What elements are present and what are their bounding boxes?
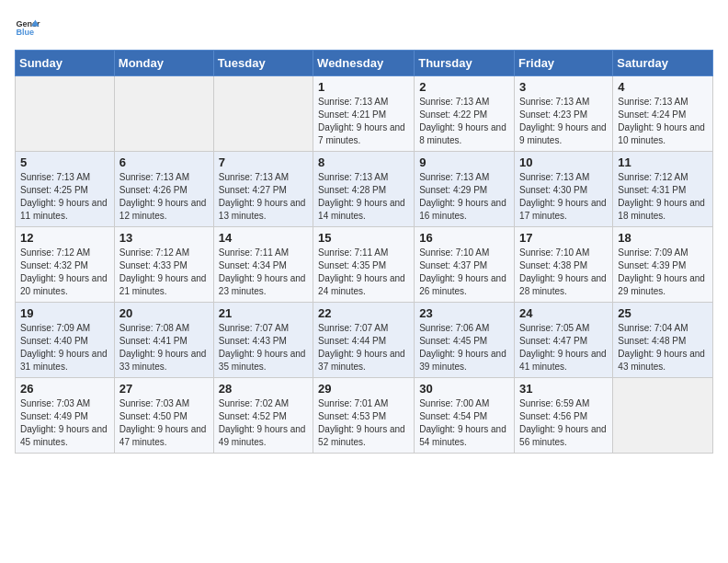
day-number: 3 (519, 80, 608, 94)
calendar-cell: 30Sunrise: 7:00 AM Sunset: 4:54 PM Dayli… (415, 378, 515, 454)
day-number: 19 (20, 306, 109, 320)
calendar-cell: 4Sunrise: 7:13 AM Sunset: 4:24 PM Daylig… (613, 76, 713, 152)
calendar-week-3: 12Sunrise: 7:12 AM Sunset: 4:32 PM Dayli… (16, 227, 713, 303)
calendar-cell: 5Sunrise: 7:13 AM Sunset: 4:25 PM Daylig… (16, 152, 115, 227)
day-number: 23 (419, 306, 509, 320)
day-header-friday: Friday (515, 51, 613, 76)
day-info: Sunrise: 7:09 AM Sunset: 4:40 PM Dayligh… (20, 322, 109, 373)
day-info: Sunrise: 7:05 AM Sunset: 4:47 PM Dayligh… (519, 322, 608, 373)
day-info: Sunrise: 7:13 AM Sunset: 4:29 PM Dayligh… (419, 171, 509, 223)
day-number: 12 (20, 231, 109, 245)
calendar-cell: 18Sunrise: 7:09 AM Sunset: 4:39 PM Dayli… (613, 227, 713, 303)
calendar-cell: 16Sunrise: 7:10 AM Sunset: 4:37 PM Dayli… (415, 227, 515, 303)
day-header-monday: Monday (114, 51, 213, 76)
day-number: 8 (318, 155, 409, 169)
day-info: Sunrise: 7:03 AM Sunset: 4:50 PM Dayligh… (119, 397, 209, 449)
calendar-cell: 1Sunrise: 7:13 AM Sunset: 4:21 PM Daylig… (313, 76, 415, 152)
logo: General Blue (15, 15, 40, 40)
calendar-body: 1Sunrise: 7:13 AM Sunset: 4:21 PM Daylig… (16, 76, 713, 454)
calendar-cell (114, 76, 213, 152)
day-info: Sunrise: 7:13 AM Sunset: 4:28 PM Dayligh… (318, 171, 409, 223)
calendar-cell: 7Sunrise: 7:13 AM Sunset: 4:27 PM Daylig… (213, 152, 313, 227)
calendar-cell: 21Sunrise: 7:07 AM Sunset: 4:43 PM Dayli… (213, 303, 313, 378)
day-info: Sunrise: 7:12 AM Sunset: 4:32 PM Dayligh… (20, 247, 109, 298)
day-info: Sunrise: 7:06 AM Sunset: 4:45 PM Dayligh… (419, 322, 509, 373)
day-info: Sunrise: 7:08 AM Sunset: 4:41 PM Dayligh… (119, 322, 209, 373)
calendar-week-2: 5Sunrise: 7:13 AM Sunset: 4:25 PM Daylig… (16, 152, 713, 227)
day-number: 17 (519, 231, 608, 245)
day-number: 22 (318, 306, 409, 320)
calendar-header-row: SundayMondayTuesdayWednesdayThursdayFrid… (16, 51, 713, 76)
calendar-table: SundayMondayTuesdayWednesdayThursdayFrid… (15, 50, 713, 454)
day-info: Sunrise: 7:13 AM Sunset: 4:24 PM Dayligh… (618, 96, 708, 147)
day-info: Sunrise: 7:04 AM Sunset: 4:48 PM Dayligh… (618, 322, 708, 373)
calendar-cell: 9Sunrise: 7:13 AM Sunset: 4:29 PM Daylig… (415, 152, 515, 227)
day-info: Sunrise: 7:12 AM Sunset: 4:31 PM Dayligh… (618, 171, 708, 223)
calendar-cell: 23Sunrise: 7:06 AM Sunset: 4:45 PM Dayli… (415, 303, 515, 378)
day-header-wednesday: Wednesday (313, 51, 415, 76)
day-info: Sunrise: 7:11 AM Sunset: 4:34 PM Dayligh… (219, 247, 308, 298)
day-number: 24 (519, 306, 608, 320)
day-number: 6 (119, 155, 209, 169)
day-number: 1 (318, 80, 409, 94)
day-info: Sunrise: 7:13 AM Sunset: 4:27 PM Dayligh… (219, 171, 308, 223)
calendar-week-4: 19Sunrise: 7:09 AM Sunset: 4:40 PM Dayli… (16, 303, 713, 378)
calendar-cell (613, 378, 713, 454)
day-info: Sunrise: 7:02 AM Sunset: 4:52 PM Dayligh… (219, 397, 308, 449)
day-number: 2 (419, 80, 509, 94)
day-info: Sunrise: 7:13 AM Sunset: 4:30 PM Dayligh… (519, 171, 608, 223)
day-number: 18 (618, 231, 708, 245)
day-info: Sunrise: 6:59 AM Sunset: 4:56 PM Dayligh… (519, 397, 608, 449)
calendar-cell: 3Sunrise: 7:13 AM Sunset: 4:23 PM Daylig… (515, 76, 613, 152)
day-number: 16 (419, 231, 509, 245)
calendar-cell: 26Sunrise: 7:03 AM Sunset: 4:49 PM Dayli… (16, 378, 115, 454)
day-info: Sunrise: 7:07 AM Sunset: 4:43 PM Dayligh… (219, 322, 308, 373)
day-header-saturday: Saturday (613, 51, 713, 76)
day-number: 26 (20, 382, 109, 396)
day-header-sunday: Sunday (16, 51, 115, 76)
calendar-week-5: 26Sunrise: 7:03 AM Sunset: 4:49 PM Dayli… (16, 378, 713, 454)
calendar-cell: 8Sunrise: 7:13 AM Sunset: 4:28 PM Daylig… (313, 152, 415, 227)
day-number: 14 (219, 231, 308, 245)
day-number: 11 (618, 155, 708, 169)
calendar-cell: 15Sunrise: 7:11 AM Sunset: 4:35 PM Dayli… (313, 227, 415, 303)
day-info: Sunrise: 7:13 AM Sunset: 4:21 PM Dayligh… (318, 96, 409, 147)
day-info: Sunrise: 7:07 AM Sunset: 4:44 PM Dayligh… (318, 322, 409, 373)
calendar-cell: 17Sunrise: 7:10 AM Sunset: 4:38 PM Dayli… (515, 227, 613, 303)
day-number: 13 (119, 231, 209, 245)
day-info: Sunrise: 7:13 AM Sunset: 4:26 PM Dayligh… (119, 171, 209, 223)
calendar-cell: 20Sunrise: 7:08 AM Sunset: 4:41 PM Dayli… (114, 303, 213, 378)
day-info: Sunrise: 7:13 AM Sunset: 4:23 PM Dayligh… (519, 96, 608, 147)
calendar-cell: 31Sunrise: 6:59 AM Sunset: 4:56 PM Dayli… (515, 378, 613, 454)
day-info: Sunrise: 7:11 AM Sunset: 4:35 PM Dayligh… (318, 247, 409, 298)
day-number: 30 (419, 382, 509, 396)
calendar-cell: 13Sunrise: 7:12 AM Sunset: 4:33 PM Dayli… (114, 227, 213, 303)
logo-icon: General Blue (15, 15, 40, 40)
calendar-cell: 22Sunrise: 7:07 AM Sunset: 4:44 PM Dayli… (313, 303, 415, 378)
calendar-cell: 19Sunrise: 7:09 AM Sunset: 4:40 PM Dayli… (16, 303, 115, 378)
day-number: 20 (119, 306, 209, 320)
calendar-cell: 28Sunrise: 7:02 AM Sunset: 4:52 PM Dayli… (213, 378, 313, 454)
day-number: 15 (318, 231, 409, 245)
calendar-cell: 11Sunrise: 7:12 AM Sunset: 4:31 PM Dayli… (613, 152, 713, 227)
day-number: 4 (618, 80, 708, 94)
calendar-cell: 10Sunrise: 7:13 AM Sunset: 4:30 PM Dayli… (515, 152, 613, 227)
day-info: Sunrise: 7:12 AM Sunset: 4:33 PM Dayligh… (119, 247, 209, 298)
day-number: 28 (219, 382, 308, 396)
calendar-cell: 29Sunrise: 7:01 AM Sunset: 4:53 PM Dayli… (313, 378, 415, 454)
day-number: 7 (219, 155, 308, 169)
day-info: Sunrise: 7:10 AM Sunset: 4:37 PM Dayligh… (419, 247, 509, 298)
calendar-cell (213, 76, 313, 152)
calendar-cell: 12Sunrise: 7:12 AM Sunset: 4:32 PM Dayli… (16, 227, 115, 303)
page-header: General Blue (15, 15, 713, 40)
day-info: Sunrise: 7:01 AM Sunset: 4:53 PM Dayligh… (318, 397, 409, 449)
day-number: 21 (219, 306, 308, 320)
day-header-tuesday: Tuesday (213, 51, 313, 76)
day-number: 29 (318, 382, 409, 396)
calendar-cell: 14Sunrise: 7:11 AM Sunset: 4:34 PM Dayli… (213, 227, 313, 303)
day-number: 9 (419, 155, 509, 169)
day-number: 31 (519, 382, 608, 396)
calendar-cell (16, 76, 115, 152)
day-number: 10 (519, 155, 608, 169)
day-number: 25 (618, 306, 708, 320)
